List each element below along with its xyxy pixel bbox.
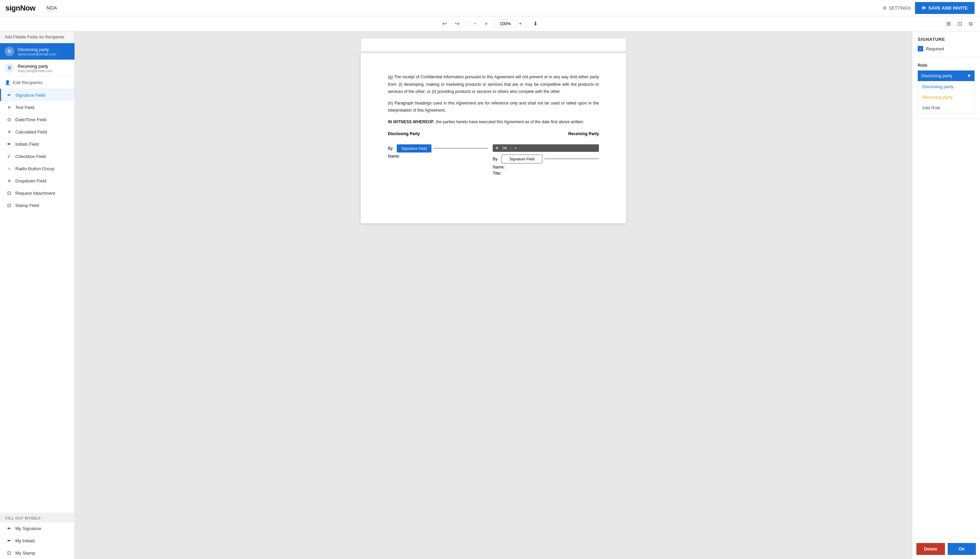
sidebar-item-calculated[interactable]: ≡ Calculated Field — [0, 126, 74, 138]
download-button[interactable]: ⬇ — [531, 18, 540, 29]
sidebar: Add Fillable Fields for Recipients D Dis… — [0, 31, 75, 559]
disclosing-sig-block: By Signature Field Name: — [388, 144, 488, 176]
field-items-section: ✒ Signature Field ≡ Text Field ⊙ Date/Ti… — [0, 89, 74, 513]
disclosing-name: Disclosing party — [18, 47, 56, 52]
radio-icon: ○ — [7, 166, 12, 171]
dropdown-item-add-role[interactable]: Add Role — [918, 103, 974, 113]
sig-ok-button[interactable]: OK — [500, 146, 509, 150]
toolbar-right-actions: ⊞ ⊡ ⧉ — [944, 19, 975, 28]
required-checkbox[interactable]: ✓ — [918, 46, 923, 51]
receiving-sig-block: ⊕ OK × By Signature Field Name: — [493, 144, 599, 176]
edit-recipients-button[interactable]: 👤 Edit Recipients — [0, 77, 74, 89]
logo-sign: sign — [5, 4, 20, 12]
witness-text-rest: , the parties hereto have executed this … — [434, 119, 584, 124]
sidebar-item-initials[interactable]: ✒ Initials Field — [0, 138, 74, 150]
sidebar-item-checkbox[interactable]: ✓ Checkbox Field — [0, 150, 74, 162]
toolbar-divider-1 — [466, 20, 467, 28]
disclosing-name-line: Name: — [388, 154, 488, 159]
receiving-name: Receiving party — [18, 64, 53, 69]
my-stamp-label: My Stamp — [15, 551, 35, 556]
view-toggle-3[interactable]: ⧉ — [967, 19, 975, 28]
right-panel: SIGNATURE ✓ Required Role Disclosing par… — [912, 31, 980, 559]
sidebar-item-signature[interactable]: ✒ Signature Field — [0, 89, 74, 101]
sidebar-item-datetime[interactable]: ⊙ Date/Time Field — [0, 113, 74, 126]
sidebar-item-dropdown[interactable]: ≡ Dropdown Field — [0, 175, 74, 187]
sig-underline-1 — [434, 148, 488, 149]
receiving-title-line: Title: — [493, 171, 599, 176]
my-initials-icon: ✒ — [7, 538, 12, 543]
sig-field-receiving[interactable]: Signature Field — [502, 155, 543, 164]
initials-icon: ✒ — [7, 141, 12, 147]
role-dropdown-menu: Disclosing party Receiving party Add Rol… — [918, 81, 975, 113]
edit-recipients-label: Edit Recipients — [13, 80, 43, 85]
sidebar-item-radio[interactable]: ○ Radio Button Group — [0, 162, 74, 175]
recipient-receiving[interactable]: R Receiving party mary.lee@email.com — [0, 60, 74, 77]
witness-bold: IN WITNESS WHEREOF — [388, 119, 434, 124]
undo-button[interactable]: ↩ — [440, 18, 449, 29]
receiving-by-line: By Signature Field — [493, 155, 599, 164]
zoom-out-button[interactable]: − — [470, 19, 479, 29]
sidebar-item-stamp[interactable]: ⊡ Stamp Field — [0, 199, 74, 212]
save-invite-button[interactable]: ✉ SAVE AND INVITE — [915, 2, 975, 14]
toolbar-divider — [511, 146, 511, 150]
app-logo: signNow — [5, 4, 35, 13]
zoom-in-button[interactable]: + — [482, 19, 491, 29]
main-area: Add Fillable Fields for Recipients D Dis… — [0, 31, 980, 559]
initials-field-label: Initials Field — [15, 142, 39, 147]
checkbox-icon: ✓ — [7, 154, 12, 159]
sidebar-item-my-signature[interactable]: ✒ My Signature — [0, 522, 74, 534]
signature-title: SIGNATURE — [918, 37, 975, 42]
document-area: (g) The receipt of Confidential Informat… — [75, 31, 912, 559]
role-selected-label: Disclosing party — [921, 73, 952, 78]
dropdown-arrow-icon: ▼ — [967, 73, 971, 78]
fill-out-myself-section: Fill Out Myself — [0, 513, 74, 522]
sidebar-item-text[interactable]: ≡ Text Field — [0, 101, 74, 113]
parties-row: Disclosing Party Receiving Party — [388, 131, 599, 136]
disclosing-by-line: By Signature Field — [388, 144, 488, 152]
signature-section: SIGNATURE ✓ Required — [912, 31, 980, 57]
ok-button[interactable]: Ok — [948, 543, 976, 555]
disclosing-avatar: D — [5, 46, 14, 56]
receiving-avatar: R — [5, 63, 14, 73]
zoom-control: 100% ▼ — [493, 20, 522, 28]
dropdown-icon: ≡ — [7, 178, 12, 184]
dropdown-item-receiving[interactable]: Receiving party — [918, 92, 974, 103]
receiving-info: Receiving party mary.lee@email.com — [18, 64, 53, 73]
disclosing-party-heading: Disclosing Party — [388, 131, 420, 136]
calculated-icon: ≡ — [7, 129, 12, 134]
role-dropdown[interactable]: Disclosing party ▼ — [918, 71, 975, 81]
attachment-icon: ⊡ — [7, 190, 12, 196]
settings-button[interactable]: ⚙ SETTINGS — [883, 5, 911, 10]
sidebar-header: Add Fillable Fields for Recipients — [0, 31, 74, 43]
sig-close-button[interactable]: × — [513, 146, 518, 150]
sig-field-disclosing[interactable]: Signature Field — [397, 144, 431, 152]
name-label-2: Name: — [493, 165, 505, 170]
signature-field-label: Signature Field — [15, 93, 45, 98]
delete-button[interactable]: Delete — [916, 543, 945, 555]
sidebar-item-my-stamp[interactable]: ⊡ My Stamp — [0, 547, 74, 559]
dropdown-field-label: Dropdown Field — [15, 179, 46, 184]
disclosing-info: Disclosing party david.lowe@email.com — [18, 47, 56, 56]
toolbar-divider-2 — [526, 20, 526, 28]
settings-label: SETTINGS — [889, 5, 911, 10]
by-label-2: By — [493, 157, 500, 161]
document-title: NDA — [46, 5, 57, 12]
redo-button[interactable]: ↪ — [452, 18, 462, 29]
sidebar-item-my-initials[interactable]: ✒ My Initials — [0, 534, 74, 547]
text-field-label: Text Field — [15, 105, 35, 110]
view-toggle-1[interactable]: ⊞ — [944, 19, 953, 28]
gear-icon: ⚙ — [883, 5, 887, 10]
view-toggle-2[interactable]: ⊡ — [955, 19, 964, 28]
title-label: Title: — [493, 171, 502, 176]
by-label-1: By — [388, 146, 395, 151]
my-signature-label: My Signature — [15, 526, 41, 531]
sidebar-item-attachment[interactable]: ⊡ Request Attachment — [0, 187, 74, 199]
sig-field-toolbar-container: ⊕ OK × — [493, 144, 599, 153]
zoom-display[interactable]: 100% — [493, 20, 517, 28]
role-section: Role Disclosing party ▼ Disclosing party… — [912, 57, 980, 119]
signature-icon: ✒ — [7, 92, 12, 98]
dropdown-item-disclosing[interactable]: Disclosing party — [918, 81, 974, 92]
sig-underline-2 — [544, 159, 599, 159]
recipient-disclosing[interactable]: D Disclosing party david.lowe@email.com — [0, 43, 74, 60]
signature-area: By Signature Field Name: ⊕ OK — [388, 144, 599, 176]
